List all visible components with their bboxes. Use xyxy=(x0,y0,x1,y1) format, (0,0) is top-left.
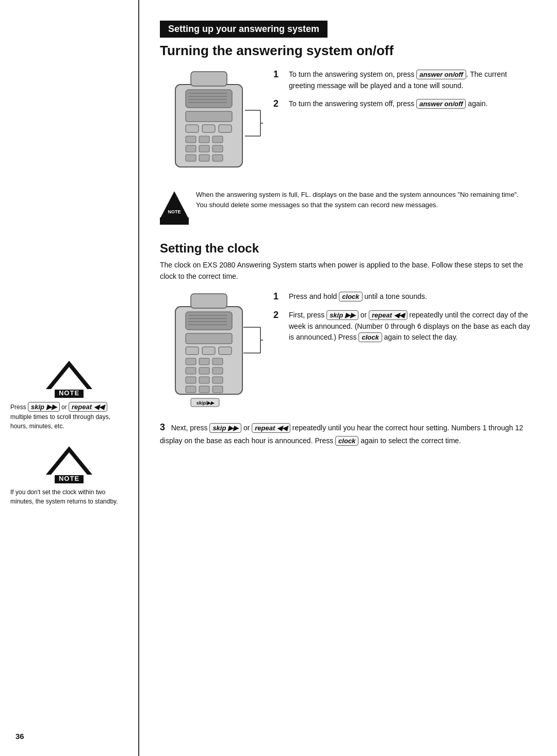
step-1: 1 To turn the answering system on, press… xyxy=(273,69,531,91)
repeat-btn-3: repeat ◀◀ xyxy=(252,423,290,433)
step-1-text: To turn the answering system on, press a… xyxy=(289,69,531,91)
svg-rect-15 xyxy=(212,145,223,152)
svg-rect-38 xyxy=(199,358,209,365)
svg-rect-9 xyxy=(219,125,232,132)
note-triangle-1 xyxy=(46,361,92,389)
subsection-title: Turning the answering system on/off xyxy=(160,43,531,59)
note-triangle-inner-1 xyxy=(51,367,88,390)
step-2-text: To turn the answering system off, press … xyxy=(289,98,488,110)
svg-rect-43 xyxy=(186,377,196,383)
svg-rect-41 xyxy=(199,367,209,374)
note-triangle-svg-main: NOTE xyxy=(160,191,189,225)
svg-rect-36 xyxy=(219,347,232,355)
svg-rect-42 xyxy=(212,367,223,374)
phone-svg-1 xyxy=(160,69,263,177)
clock-btn-2: clock xyxy=(358,332,382,342)
svg-rect-11 xyxy=(199,136,209,143)
svg-rect-13 xyxy=(186,145,196,152)
answer-on-off-btn-2: answer on/off xyxy=(416,99,466,109)
note-box-2: NOTE xyxy=(10,446,128,483)
clock-steps-area: skip/▶▶ 1 Press and hold clock until a t… xyxy=(160,291,531,412)
sidebar-note-1: NOTE Press skip ▶▶ or repeat ◀◀ multiple… xyxy=(10,361,128,431)
svg-rect-14 xyxy=(199,145,209,152)
repeat-btn-2: repeat ◀◀ xyxy=(369,310,407,320)
sidebar-note-text-1: Press skip ▶▶ or repeat ◀◀ multiple time… xyxy=(10,402,128,431)
note-triangle-inner-2 xyxy=(51,452,88,475)
clock-btn-1: clock xyxy=(339,292,362,301)
svg-rect-47 xyxy=(199,386,209,393)
phone-svg-area-2: skip/▶▶ xyxy=(160,291,263,412)
svg-rect-7 xyxy=(186,125,199,132)
repeat-btn-sidebar: repeat ◀◀ xyxy=(69,402,107,412)
svg-rect-40 xyxy=(186,367,196,374)
step-2: 2 To turn the answering system off, pres… xyxy=(273,98,531,110)
section-header: Setting up your answering system xyxy=(160,21,327,38)
sidebar: NOTE Press skip ▶▶ or repeat ◀◀ multiple… xyxy=(0,0,139,756)
clock-step-2: 2 First, press skip ▶▶ or repeat ◀◀ repe… xyxy=(273,310,531,343)
svg-rect-39 xyxy=(212,358,223,365)
svg-rect-34 xyxy=(186,347,199,355)
page-container: NOTE Press skip ▶▶ or repeat ◀◀ multiple… xyxy=(0,0,557,756)
clock-btn-3: clock xyxy=(335,436,358,446)
svg-rect-48 xyxy=(212,386,223,393)
svg-rect-19 xyxy=(191,72,227,86)
skip-btn-2: skip ▶▶ xyxy=(326,310,358,320)
phone-svg-area xyxy=(160,69,263,179)
sidebar-note-2: NOTE If you don't set the clock within t… xyxy=(10,446,128,506)
svg-rect-12 xyxy=(212,136,223,143)
steps-area-1: 1 To turn the answering system on, press… xyxy=(273,69,531,117)
clock-step-2-text: First, press skip ▶▶ or repeat ◀◀ repeat… xyxy=(289,310,531,343)
svg-rect-44 xyxy=(199,377,209,383)
svg-rect-37 xyxy=(186,358,196,365)
svg-rect-18 xyxy=(212,155,223,161)
svg-rect-10 xyxy=(186,136,196,143)
note-text-main: When the answering system is full, FL. d… xyxy=(196,190,531,210)
note-triangle-2 xyxy=(46,446,92,475)
svg-rect-46 xyxy=(186,386,196,393)
svg-rect-49 xyxy=(191,294,227,308)
clock-step-1-text: Press and hold clock until a tone sounds… xyxy=(289,291,427,303)
svg-rect-35 xyxy=(202,347,215,355)
note-box-1: NOTE xyxy=(10,361,128,398)
svg-rect-25 xyxy=(160,217,189,225)
phone-illustration: 1 To turn the answering system on, press… xyxy=(160,69,531,179)
svg-rect-28 xyxy=(186,312,232,330)
svg-rect-6 xyxy=(186,111,232,122)
phone-svg-2: skip/▶▶ xyxy=(160,291,263,410)
clock-steps-text: 1 Press and hold clock until a tone soun… xyxy=(273,291,531,350)
answer-on-off-btn-1: answer on/off xyxy=(416,70,466,79)
svg-rect-33 xyxy=(186,333,232,344)
svg-rect-16 xyxy=(186,155,196,161)
svg-rect-17 xyxy=(199,155,209,161)
note-block-main: NOTE When the answering system is full, … xyxy=(160,190,531,227)
setting-clock-title: Setting the clock xyxy=(160,241,531,256)
main-content: Setting up your answering system Turning… xyxy=(139,0,557,756)
skip-btn-3: skip ▶▶ xyxy=(209,423,241,433)
svg-text:skip/▶▶: skip/▶▶ xyxy=(196,400,216,406)
page-number: 36 xyxy=(15,732,24,741)
clock-step-1: 1 Press and hold clock until a tone soun… xyxy=(273,291,531,303)
svg-rect-8 xyxy=(202,125,215,132)
svg-text:NOTE: NOTE xyxy=(168,209,181,214)
svg-rect-45 xyxy=(212,377,223,383)
note-icon-main: NOTE xyxy=(160,191,189,227)
setting-clock-intro: The clock on EXS 2080 Answering System s… xyxy=(160,260,531,282)
clock-step-3: 3 Next, press skip ▶▶ or repeat ◀◀ repea… xyxy=(160,420,531,447)
sidebar-note-text-2: If you don't set the clock within two mi… xyxy=(10,488,128,506)
svg-rect-1 xyxy=(186,90,232,108)
skip-btn-sidebar: skip ▶▶ xyxy=(28,402,60,412)
